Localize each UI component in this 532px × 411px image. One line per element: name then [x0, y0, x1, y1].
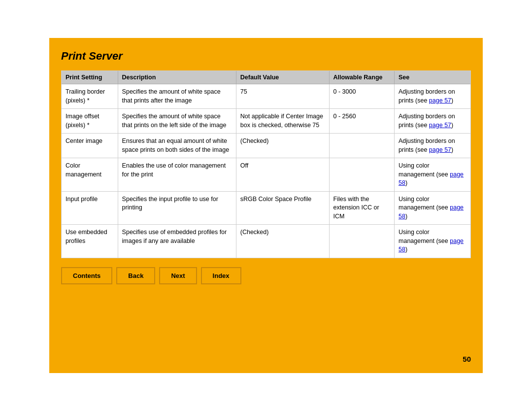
cell-default: (Checked) — [236, 134, 329, 158]
cell-see: Using color management (see page 58) — [395, 191, 470, 225]
see-link[interactable]: page 57 — [429, 146, 451, 153]
cell-setting: Trailing border (pixels) * — [62, 84, 118, 109]
cell-default: 75 — [236, 84, 329, 109]
cell-default: (Checked) — [236, 225, 329, 258]
page-title: Print Server — [61, 50, 471, 63]
see-link[interactable]: page 58 — [399, 171, 464, 187]
next-button[interactable]: Next — [159, 267, 197, 284]
contents-button[interactable]: Contents — [61, 267, 112, 284]
see-link[interactable]: page 57 — [429, 97, 451, 104]
cell-setting: Use embedded profiles — [62, 225, 118, 258]
cell-range — [329, 134, 395, 158]
see-link[interactable]: page 58 — [399, 204, 464, 220]
cell-see: Using color management (see page 58) — [395, 158, 470, 192]
cell-description: Specifies the amount of white space that… — [118, 84, 236, 109]
col-header-see: See — [395, 71, 470, 84]
content-area: Print Setting Description Default Value … — [61, 70, 471, 258]
cell-setting: Image offset (pixels) * — [62, 109, 118, 134]
cell-see: Adjusting borders on prints (see page 57… — [395, 134, 470, 158]
cell-description: Specifies the input profile to use for p… — [118, 191, 236, 225]
cell-description: Specifies the amount of white space that… — [118, 109, 236, 134]
footer-nav: Contents Back Next Index — [61, 267, 471, 284]
col-header-default: Default Value — [236, 71, 329, 84]
table-row: Center imageEnsures that an equal amount… — [62, 134, 470, 158]
settings-table: Print Setting Description Default Value … — [62, 71, 470, 258]
cell-see: Adjusting borders on prints (see page 57… — [395, 109, 470, 134]
cell-description: Specifies use of embedded profiles for i… — [118, 225, 236, 258]
table-row: Trailing border (pixels) *Specifies the … — [62, 84, 470, 109]
cell-see: Using color management (see page 58) — [395, 225, 470, 258]
see-link[interactable]: page 57 — [429, 122, 451, 129]
page-wrapper: Print Server Print Setting Description D… — [49, 38, 483, 373]
page-number: 50 — [463, 355, 471, 363]
cell-default: Off — [236, 158, 329, 192]
cell-default: sRGB Color Space Profile — [236, 191, 329, 225]
col-header-setting: Print Setting — [62, 71, 118, 84]
cell-range: 0 - 3000 — [329, 84, 395, 109]
cell-setting: Center image — [62, 134, 118, 158]
index-button[interactable]: Index — [201, 267, 241, 284]
cell-description: Enables the use of color management for … — [118, 158, 236, 192]
cell-default: Not applicable if Center Image box is ch… — [236, 109, 329, 134]
table-row: Color managementEnables the use of color… — [62, 158, 470, 192]
col-header-range: Allowable Range — [329, 71, 395, 84]
col-header-description: Description — [118, 71, 236, 84]
cell-range — [329, 158, 395, 192]
cell-range: Files with the extension ICC or ICM — [329, 191, 395, 225]
cell-range — [329, 225, 395, 258]
cell-range: 0 - 2560 — [329, 109, 395, 134]
cell-setting: Input profile — [62, 191, 118, 225]
see-link[interactable]: page 58 — [399, 238, 464, 253]
cell-setting: Color management — [62, 158, 118, 192]
table-row: Image offset (pixels) *Specifies the amo… — [62, 109, 470, 134]
cell-description: Ensures that an equal amount of white sp… — [118, 134, 236, 158]
back-button[interactable]: Back — [116, 267, 155, 284]
table-row: Use embedded profilesSpecifies use of em… — [62, 225, 470, 258]
cell-see: Adjusting borders on prints (see page 57… — [395, 84, 470, 109]
table-row: Input profileSpecifies the input profile… — [62, 191, 470, 225]
